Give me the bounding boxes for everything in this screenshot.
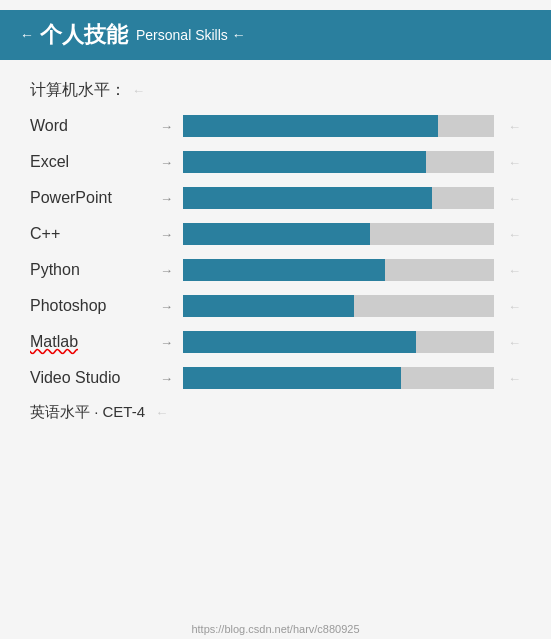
- skill-row: Matlab→←: [30, 331, 521, 353]
- skill-bar-container: [183, 295, 494, 317]
- skill-arrow-icon: →: [160, 335, 173, 350]
- computer-level-text: 计算机水平：: [30, 80, 126, 101]
- computer-return-symbol: ←: [132, 83, 145, 98]
- skill-arrow-icon: →: [160, 191, 173, 206]
- skill-bar-container: [183, 151, 494, 173]
- skill-bar-container: [183, 187, 494, 209]
- skills-container: Word→←Excel→←PowerPoint→←C++→←Python→←Ph…: [30, 115, 521, 389]
- skill-arrow-icon: →: [160, 299, 173, 314]
- skill-return-symbol: ←: [508, 335, 521, 350]
- english-level: 英语水平 · CET-4 ←: [30, 403, 521, 422]
- skill-name: Excel: [30, 153, 160, 171]
- english-level-text: 英语水平 · CET-4: [30, 403, 145, 420]
- skill-return-symbol: ←: [508, 263, 521, 278]
- skill-return-symbol: ←: [508, 191, 521, 206]
- skill-name: Photoshop: [30, 297, 160, 315]
- section-title-en: Personal Skills: [136, 27, 228, 43]
- skill-bar-container: [183, 367, 494, 389]
- skill-bar-fill: [183, 295, 354, 317]
- skill-return-symbol: ←: [508, 371, 521, 386]
- skill-name: Matlab: [30, 333, 160, 351]
- skill-bar-container: [183, 115, 494, 137]
- skill-bar-fill: [183, 259, 385, 281]
- skill-name: Python: [30, 261, 160, 279]
- skill-return-symbol: ←: [508, 227, 521, 242]
- skill-bar-fill: [183, 151, 426, 173]
- skill-bar-fill: [183, 115, 438, 137]
- skill-row: Photoshop→←: [30, 295, 521, 317]
- skill-arrow-icon: →: [160, 119, 173, 134]
- skill-row: Excel→←: [30, 151, 521, 173]
- skill-row: Word→←: [30, 115, 521, 137]
- skill-return-symbol: ←: [508, 155, 521, 170]
- skill-return-symbol: ←: [508, 119, 521, 134]
- skill-bar-fill: [183, 367, 401, 389]
- skill-name: Word: [30, 117, 160, 135]
- skill-name: Video Studio: [30, 369, 160, 387]
- skill-name: C++: [30, 225, 160, 243]
- skill-bar-fill: [183, 331, 416, 353]
- content-area: 计算机水平： ← Word→←Excel→←PowerPoint→←C++→←P…: [0, 80, 551, 422]
- skill-row: PowerPoint→←: [30, 187, 521, 209]
- skill-return-symbol: ←: [508, 299, 521, 314]
- skill-row: Python→←: [30, 259, 521, 281]
- arrow-right-icon: ←: [232, 27, 246, 43]
- skill-bar-container: [183, 331, 494, 353]
- section-header: ← 个人技能 Personal Skills ←: [0, 10, 551, 60]
- skill-bar-fill: [183, 187, 432, 209]
- english-return-symbol: ←: [155, 405, 168, 420]
- skill-arrow-icon: →: [160, 227, 173, 242]
- computer-level-label: 计算机水平： ←: [30, 80, 521, 101]
- skill-bar-container: [183, 259, 494, 281]
- skill-row: Video Studio→←: [30, 367, 521, 389]
- skill-name: PowerPoint: [30, 189, 160, 207]
- skill-bar-container: [183, 223, 494, 245]
- section-title-cn: 个人技能: [40, 20, 128, 50]
- skill-arrow-icon: →: [160, 155, 173, 170]
- skill-arrow-icon: →: [160, 371, 173, 386]
- skill-bar-fill: [183, 223, 370, 245]
- skill-arrow-icon: →: [160, 263, 173, 278]
- arrow-left-icon: ←: [20, 27, 34, 43]
- skill-row: C++→←: [30, 223, 521, 245]
- watermark: https://blog.csdn.net/harv/c880925: [0, 623, 551, 635]
